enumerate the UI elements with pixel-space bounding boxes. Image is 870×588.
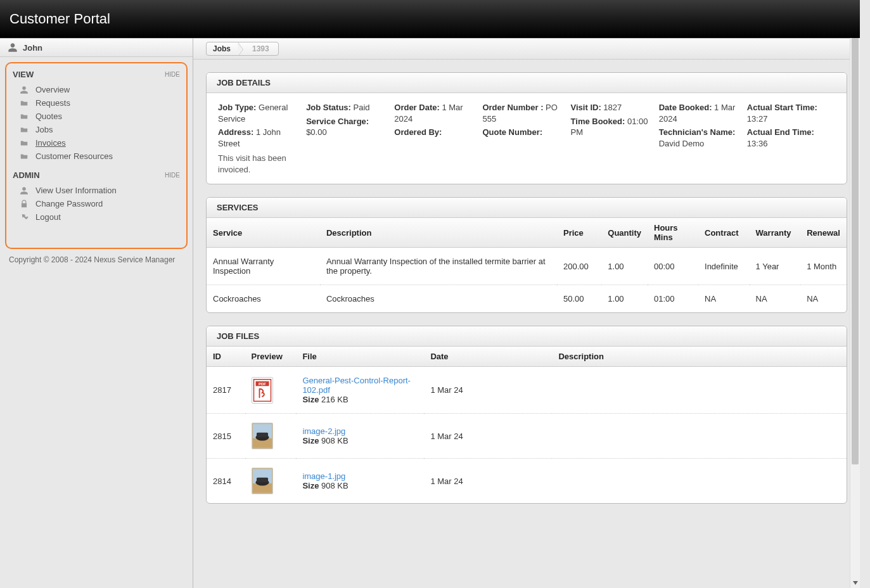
details-key: Time Booked:: [571, 117, 627, 126]
table-header: Preview: [245, 347, 297, 367]
table-cell: 1 Month: [800, 248, 847, 285]
hide-toggle[interactable]: HIDE: [165, 71, 180, 78]
file-link[interactable]: image-2.jpg: [302, 426, 345, 436]
details-key: Job Status:: [306, 103, 353, 112]
details-value: David Demo: [659, 139, 705, 148]
file-cell: General-Pest-Control-Report-102.pdfSize …: [296, 367, 424, 414]
arrow-icon: [19, 213, 29, 222]
scroll-thumb[interactable]: [852, 10, 859, 464]
folder-icon: [19, 99, 29, 108]
sidebar-item-label: Customer Resources: [35, 151, 113, 161]
sidebar-item-view-user-information[interactable]: View User Information: [10, 184, 182, 197]
file-description: [552, 414, 847, 459]
file-preview: PDF: [245, 367, 297, 414]
table-cell: 00:00: [648, 248, 698, 285]
table-cell: Annual Warranty Inspection of the instal…: [320, 248, 557, 285]
nav-highlight-box: VIEW HIDE OverviewRequestsQuotesJobsInvo…: [5, 62, 188, 249]
table-cell: NA: [800, 285, 847, 313]
details-item: Address: 1 John Street: [218, 127, 300, 149]
folder-icon: [19, 112, 29, 121]
details-key: Address:: [218, 127, 256, 137]
image-thumbnail[interactable]: [252, 468, 273, 494]
sidebar-item-label: Overview: [35, 85, 70, 94]
details-key: Job Type:: [218, 103, 259, 112]
details-key: Ordered By:: [394, 127, 442, 137]
table-header: ID: [207, 347, 245, 367]
table-cell: Annual Warranty Inspection: [207, 248, 320, 285]
job-files-panel: JOB FILES IDPreviewFileDateDescription 2…: [206, 326, 847, 504]
scroll-down-button[interactable]: [850, 578, 860, 588]
file-date: 1 Mar 24: [424, 459, 552, 504]
breadcrumb: Jobs 1393: [206, 42, 279, 56]
user-strip: John: [0, 38, 193, 57]
table-cell: Indefinite: [698, 248, 750, 285]
table-row: 2815image-2.jpgSize 908 KB1 Mar 24: [207, 414, 847, 459]
details-item: Service Charge: $0.00: [306, 116, 388, 138]
details-col: Actual Start Time: 13:27Actual End Time:…: [747, 102, 835, 175]
details-col: Date Booked: 1 Mar 2024Technician's Name…: [659, 102, 747, 175]
sidebar-item-label: View User Information: [35, 186, 117, 195]
table-row: 2817PDFGeneral-Pest-Control-Report-102.p…: [207, 367, 847, 414]
file-preview: [245, 414, 297, 459]
file-id: 2814: [207, 459, 245, 504]
table-header: Contract: [698, 218, 750, 248]
sidebar-item-overview[interactable]: Overview: [10, 83, 182, 96]
details-note: This visit has been invoiced.: [218, 153, 300, 175]
details-value: 13:27: [747, 114, 768, 124]
sidebar-item-jobs[interactable]: Jobs: [10, 123, 182, 136]
table-row: CockroachesCockroaches50.001.0001:00NANA…: [207, 285, 847, 313]
file-description: [552, 459, 847, 504]
svg-rect-10: [257, 478, 268, 483]
pdf-icon[interactable]: PDF: [252, 377, 273, 404]
sidebar-item-change-password[interactable]: Change Password: [10, 197, 182, 210]
services-panel: SERVICES ServiceDescriptionPriceQuantity…: [206, 197, 847, 313]
details-item: Technician's Name: David Demo: [659, 127, 741, 149]
details-item: Quote Number:: [482, 127, 564, 138]
panel-title: JOB DETAILS: [207, 73, 847, 93]
chevron-right-icon: [240, 42, 246, 55]
main: Jobs 1393 JOB DETAILS Job Type: General …: [193, 0, 860, 588]
user-icon: [8, 42, 18, 53]
details-key: Actual End Time:: [747, 127, 814, 137]
details-col: Visit ID: 1827Time Booked: 01:00 PM: [571, 102, 659, 175]
scrollbar[interactable]: [850, 0, 860, 588]
job-details-panel: JOB DETAILS Job Type: General ServiceAdd…: [206, 72, 847, 184]
file-id: 2817: [207, 367, 245, 414]
details-item: Time Booked: 01:00 PM: [571, 116, 653, 138]
details-item: Ordered By:: [394, 127, 476, 138]
image-thumbnail[interactable]: [252, 423, 273, 449]
sidebar-item-invoices[interactable]: Invoices: [10, 136, 182, 150]
details-col: Job Status: PaidService Charge: $0.00: [306, 102, 394, 175]
details-key: Date Booked:: [659, 103, 714, 112]
sidebar-item-quotes[interactable]: Quotes: [10, 110, 182, 123]
sidebar-item-customer-resources[interactable]: Customer Resources: [10, 150, 182, 163]
table-cell: 1.00: [601, 285, 648, 313]
svg-text:PDF: PDF: [259, 382, 266, 386]
details-value: $0.00: [306, 127, 327, 137]
scroll-track[interactable]: [850, 10, 860, 578]
breadcrumb-current: 1393: [246, 42, 278, 55]
table-header: Description: [552, 347, 847, 367]
user-icon: [19, 186, 29, 195]
file-date: 1 Mar 24: [424, 367, 552, 414]
breadcrumb-root[interactable]: Jobs: [207, 42, 240, 55]
table-row: 2814image-1.jpgSize 908 KB1 Mar 24: [207, 459, 847, 504]
file-size: Size 908 KB: [302, 436, 418, 445]
sidebar: John VIEW HIDE OverviewRequestsQuotesJob…: [0, 0, 193, 588]
details-value: 1827: [603, 103, 622, 112]
details-value: 13:36: [747, 139, 768, 148]
table-header: Date: [424, 347, 552, 367]
services-table: ServiceDescriptionPriceQuantityHours Min…: [207, 218, 847, 312]
table-header: Quantity: [601, 218, 648, 248]
user-icon: [19, 86, 29, 94]
details-item: Actual Start Time: 13:27: [747, 102, 829, 124]
details-key: Service Charge:: [306, 117, 369, 126]
sidebar-item-label: Change Password: [35, 199, 103, 208]
file-link[interactable]: image-1.jpg: [302, 471, 345, 481]
hide-toggle[interactable]: HIDE: [165, 172, 180, 179]
folder-icon: [19, 139, 29, 148]
file-link[interactable]: General-Pest-Control-Report-102.pdf: [302, 376, 411, 395]
sidebar-item-requests[interactable]: Requests: [10, 96, 182, 110]
sidebar-item-logout[interactable]: Logout: [10, 210, 182, 224]
table-header: Hours Mins: [648, 218, 698, 248]
